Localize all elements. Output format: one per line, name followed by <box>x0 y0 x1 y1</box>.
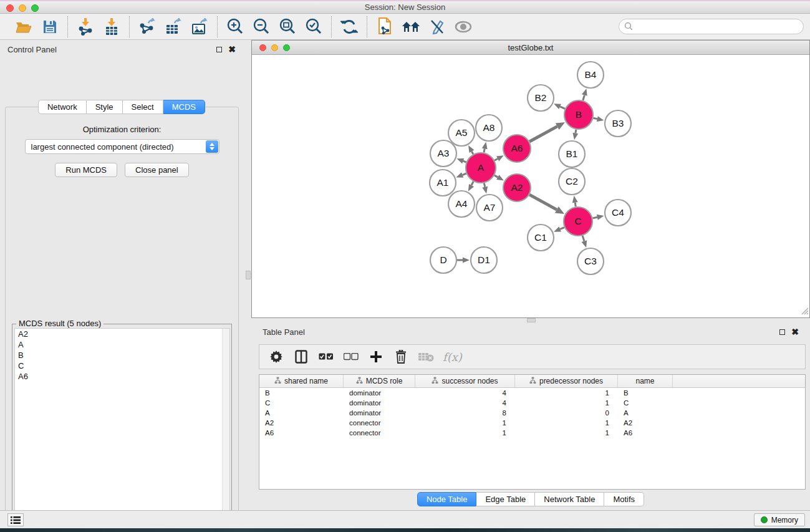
export-network-icon[interactable] <box>136 16 158 37</box>
node-table[interactable]: shared nameMCDS rolesuccessor nodesprede… <box>259 374 806 490</box>
graph-node-A3[interactable]: A3 <box>430 140 456 167</box>
graph-node-B2[interactable]: B2 <box>528 85 554 111</box>
function-builder-icon[interactable]: f(x) <box>443 347 462 366</box>
graph-node-B[interactable]: B <box>564 100 593 129</box>
graph-node-A7[interactable]: A7 <box>476 195 503 221</box>
table-float-icon[interactable] <box>779 329 785 335</box>
column-type-icon <box>356 377 363 386</box>
column-header[interactable]: MCDS role <box>344 375 415 387</box>
export-table-icon[interactable] <box>162 16 185 37</box>
criterion-dropdown[interactable]: largest connected component (directed) <box>25 139 219 154</box>
column-header[interactable]: successor nodes <box>415 375 515 387</box>
run-mcds-button[interactable]: Run MCDS <box>55 163 117 177</box>
zoom-selected-icon[interactable] <box>302 16 325 37</box>
tab-edge-table[interactable]: Edge Table <box>476 492 535 506</box>
table-row[interactable]: A6connector11A6 <box>259 428 805 438</box>
graph-node-D[interactable]: D <box>430 247 456 273</box>
mcds-result-list[interactable]: A2ABCA6 <box>14 328 230 532</box>
network-graph[interactable]: AA1A2A3A4A5A6A7A8BB1B2B3B4CC1C2C3C4DD1 <box>252 55 809 317</box>
table-cell: B <box>259 389 344 397</box>
column-header[interactable]: name <box>618 375 673 387</box>
tab-mcds[interactable]: MCDS <box>163 100 205 114</box>
import-table-icon[interactable] <box>100 16 123 37</box>
graph-node-A[interactable]: A <box>466 153 496 183</box>
net-minimize-button[interactable] <box>271 44 278 51</box>
zoom-out-icon[interactable] <box>250 16 272 37</box>
close-panel-icon[interactable]: ✖ <box>228 47 236 52</box>
table-settings-gear-icon[interactable] <box>268 347 284 366</box>
table-row[interactable]: Bdominator41B <box>259 388 805 398</box>
tab-style[interactable]: Style <box>87 100 123 114</box>
tab-node-table[interactable]: Node Table <box>417 492 477 506</box>
vertical-splitter-grip[interactable] <box>246 271 251 279</box>
close-window-button[interactable] <box>6 4 14 12</box>
result-item[interactable]: A2 <box>15 329 229 339</box>
network-window-titlebar[interactable]: testGlobe.txt <box>252 41 809 55</box>
show-columns-icon[interactable] <box>293 347 309 366</box>
criterion-value: largest connected component (directed) <box>31 142 174 152</box>
add-column-icon[interactable] <box>368 347 384 366</box>
net-zoom-button[interactable] <box>283 44 290 51</box>
graph-node-B3[interactable]: B3 <box>605 110 631 137</box>
graph-node-A1[interactable]: A1 <box>430 170 456 196</box>
tab-motifs[interactable]: Motifs <box>604 492 644 506</box>
delete-table-icon[interactable] <box>418 347 434 366</box>
memory-button[interactable]: Memory <box>754 513 805 526</box>
result-item[interactable]: A <box>15 339 229 350</box>
graph-node-D1[interactable]: D1 <box>471 247 497 273</box>
graph-node-A5[interactable]: A5 <box>448 120 475 146</box>
graph-node-B1[interactable]: B1 <box>559 141 585 167</box>
tab-network[interactable]: Network <box>38 100 87 114</box>
graph-node-C2[interactable]: C2 <box>559 168 585 195</box>
result-scrollbar[interactable] <box>222 329 229 531</box>
zoom-in-icon[interactable] <box>224 16 246 37</box>
column-header[interactable]: shared name <box>259 375 344 387</box>
graph-node-C3[interactable]: C3 <box>577 248 604 274</box>
save-session-icon[interactable] <box>39 16 61 37</box>
graph-node-A8[interactable]: A8 <box>476 115 502 141</box>
deselect-all-icon[interactable] <box>343 347 359 366</box>
column-header[interactable]: predecessor nodes <box>515 375 618 387</box>
graph-node-A6[interactable]: A6 <box>503 135 531 162</box>
tab-select[interactable]: Select <box>123 100 163 114</box>
task-history-button[interactable] <box>7 513 24 526</box>
table-row[interactable]: A2connector11A2 <box>259 418 805 428</box>
open-session-icon[interactable] <box>12 16 35 37</box>
zoom-window-button[interactable] <box>31 4 39 12</box>
export-image-icon[interactable] <box>188 16 211 37</box>
graph-node-C[interactable]: C <box>564 207 592 236</box>
graph-node-A2[interactable]: A2 <box>503 174 531 201</box>
close-panel-button[interactable]: Close panel <box>125 163 189 177</box>
table-close-icon[interactable]: ✖ <box>791 329 799 335</box>
refresh-icon[interactable] <box>338 16 360 37</box>
graph-node-B4[interactable]: B4 <box>577 62 604 88</box>
result-item[interactable]: C <box>15 360 229 371</box>
horizontal-splitter-grip[interactable] <box>527 318 536 322</box>
mcds-panel: Optimization criterion: largest connecte… <box>5 107 239 532</box>
graph-node-C4[interactable]: C4 <box>605 200 631 226</box>
network-canvas[interactable]: AA1A2A3A4A5A6A7A8BB1B2B3B4CC1C2C3C4DD1 <box>252 55 809 317</box>
search-input[interactable] <box>619 19 804 34</box>
delete-column-icon[interactable] <box>393 347 409 366</box>
tab-network-table[interactable]: Network Table <box>535 492 604 506</box>
show-details-icon[interactable] <box>452 16 475 37</box>
search-field[interactable] <box>619 19 804 34</box>
table-row[interactable]: Adominator80A <box>259 408 805 418</box>
zoom-fit-icon[interactable] <box>276 16 299 37</box>
table-row[interactable]: Cdominator41C <box>259 398 805 408</box>
network-from-document-icon[interactable] <box>374 16 396 37</box>
result-item[interactable]: B <box>15 350 229 360</box>
select-all-icon[interactable] <box>318 347 334 366</box>
hide-annotations-icon[interactable] <box>426 16 448 37</box>
net-close-button[interactable] <box>259 44 266 51</box>
minimize-window-button[interactable] <box>19 4 26 12</box>
home-view-icon[interactable] <box>400 16 422 37</box>
resize-grip-icon[interactable] <box>800 306 809 317</box>
table-cell: dominator <box>344 389 415 397</box>
graph-node-C1[interactable]: C1 <box>528 225 554 251</box>
float-panel-icon[interactable] <box>216 47 222 52</box>
graph-node-A4[interactable]: A4 <box>448 191 475 217</box>
import-network-icon[interactable] <box>74 16 97 37</box>
result-item[interactable]: A6 <box>15 371 229 382</box>
status-bar: Memory <box>0 510 810 528</box>
